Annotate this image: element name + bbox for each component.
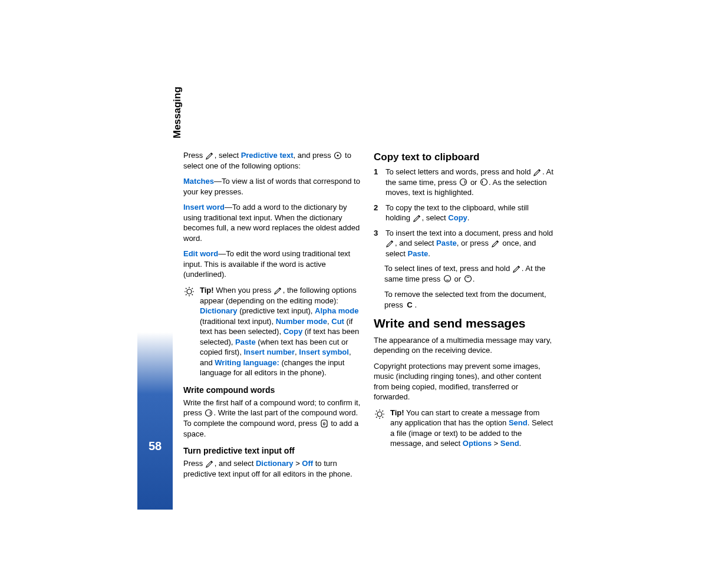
list-item: 1 To select letters and words, press and…: [374, 167, 554, 198]
page-number: 58: [137, 439, 173, 453]
link-insert-word[interactable]: Insert word: [183, 203, 225, 211]
ordered-list: 1 To select letters and words, press and…: [374, 167, 554, 259]
paragraph: The appearance of a multimedia message m…: [374, 335, 554, 356]
heading: Copy text to clipboard: [374, 151, 554, 163]
pen-icon: [512, 265, 522, 273]
link-number-mode[interactable]: Number mode: [276, 317, 327, 326]
nav-right-icon: [459, 178, 468, 186]
link-insert-symbol[interactable]: Insert symbol: [299, 348, 349, 356]
paragraph: Press , select Predictive text, and pres…: [183, 150, 363, 171]
nav-center-icon: [333, 151, 342, 160]
paragraph: Press , and select Dictionary > Off to t…: [183, 458, 363, 479]
pen-icon: [491, 239, 500, 247]
column-right: Copy text to clipboard 1 To select lette…: [374, 150, 554, 484]
tip-icon: [183, 285, 195, 297]
subheading: Write compound words: [183, 385, 363, 395]
link-copy[interactable]: Copy: [284, 327, 303, 336]
paragraph: Copyright protections may prevent some i…: [374, 361, 554, 402]
pen-icon: [386, 239, 395, 247]
pen-icon: [533, 168, 542, 176]
tip-block: Tip! When you press , the following opti…: [183, 285, 363, 378]
link-dictionary[interactable]: Dictionary: [256, 459, 294, 468]
link-off[interactable]: Off: [302, 459, 313, 468]
paragraph: Insert word—To add a word to the diction…: [183, 202, 363, 243]
link-dictionary[interactable]: Dictionary: [200, 306, 238, 315]
list-item: 3 To insert the text into a document, pr…: [374, 228, 554, 259]
link-edit-word[interactable]: Edit word: [183, 249, 218, 258]
page: Messaging 58 Press , select Predictive t…: [137, 97, 585, 510]
link-writing-language[interactable]: Writing language:: [215, 358, 279, 367]
nav-right-icon: [204, 409, 213, 417]
tip-label: Tip!: [200, 286, 214, 295]
link-insert-number[interactable]: Insert number: [243, 348, 295, 356]
link-predictive-text[interactable]: Predictive text: [241, 151, 294, 160]
content: Press , select Predictive text, and pres…: [183, 150, 561, 484]
pen-icon: [205, 459, 215, 468]
link-cut[interactable]: Cut: [331, 317, 344, 326]
tip-block: Tip! You can start to create a message f…: [374, 408, 554, 449]
link-options[interactable]: Options: [463, 439, 492, 448]
paragraph: Write the first half of a compound word;…: [183, 398, 363, 439]
link-alpha-mode[interactable]: Alpha mode: [315, 306, 358, 315]
link-matches[interactable]: Matches: [183, 177, 214, 186]
link-copy[interactable]: Copy: [448, 213, 467, 222]
link-send[interactable]: Send: [500, 439, 519, 448]
nav-up-icon: [463, 275, 473, 283]
pen-icon: [205, 151, 215, 160]
link-paste[interactable]: Paste: [436, 239, 457, 247]
key-0-icon: [319, 419, 329, 428]
nav-left-icon: [479, 178, 489, 186]
paragraph: Matches—To view a list of words that cor…: [183, 176, 363, 197]
pen-icon: [413, 214, 422, 222]
sidebar: Messaging 58: [137, 97, 173, 510]
paragraph: To select lines of text, press and hold …: [374, 263, 554, 284]
link-paste[interactable]: Paste: [235, 338, 256, 346]
key-c-icon: [405, 301, 414, 309]
tip-icon: [374, 408, 386, 419]
link-send[interactable]: Send: [509, 418, 528, 427]
column-left: Press , select Predictive text, and pres…: [183, 150, 363, 484]
nav-down-icon: [443, 275, 452, 283]
paragraph: To remove the selected text from the doc…: [374, 289, 554, 310]
link-paste[interactable]: Paste: [408, 249, 429, 258]
pen-icon: [274, 286, 283, 295]
subheading: Turn predictive text input off: [183, 446, 363, 455]
paragraph: Edit word—To edit the word using traditi…: [183, 249, 363, 280]
section-label: Messaging: [172, 103, 183, 138]
list-item: 2 To copy the text to the clipboard, whi…: [374, 203, 554, 223]
heading: Write and send messages: [374, 316, 554, 330]
tip-label: Tip!: [390, 408, 404, 417]
